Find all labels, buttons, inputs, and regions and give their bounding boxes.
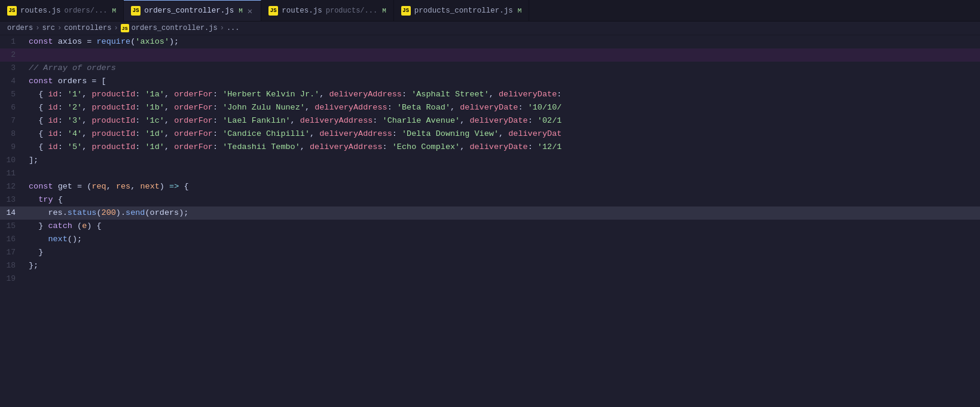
tab-label: orders_controller.js (144, 7, 234, 15)
breadcrumb-part-file: orders_controller.js (132, 24, 218, 32)
breadcrumb-part-controllers: controllers (64, 24, 111, 32)
line-number: 2 (0, 48, 25, 62)
line-number: 18 (0, 259, 25, 272)
line-number: 7 (0, 114, 25, 127)
code-line-10: 10 ]; (0, 154, 980, 167)
line-content: { id: '2', productId: '1b', orderFor: 'J… (25, 101, 980, 114)
js-icon: JS (131, 6, 141, 16)
code-line-19: 19 (0, 272, 980, 285)
code-line-8: 8 { id: '4', productId: '1d', orderFor: … (0, 127, 980, 141)
breadcrumb-sep: › (114, 24, 118, 32)
line-content (25, 48, 980, 62)
line-number: 15 (0, 220, 25, 233)
line-content: const axios = require('axios'); (25, 35, 980, 48)
line-number: 8 (0, 127, 25, 141)
js-icon-small: JS (121, 24, 129, 32)
breadcrumb-sep: › (57, 24, 62, 32)
breadcrumb-part-ellipsis: ... (227, 24, 240, 32)
line-content: { id: '3', productId: '1c', orderFor: 'L… (25, 114, 980, 127)
line-content: const get = (req, res, next) => { (25, 180, 980, 193)
line-content: try { (25, 193, 980, 206)
line-content: } catch (e) { (25, 220, 980, 233)
line-number: 5 (0, 88, 25, 101)
tab-badge-m: M (382, 7, 386, 14)
tab-label: products_controller.js (414, 7, 513, 15)
code-line-9: 9 { id: '5', productId: '1d', orderFor: … (0, 141, 980, 154)
breadcrumb-sep: › (220, 24, 224, 32)
code-line-18: 18 }; (0, 259, 980, 272)
line-content (25, 167, 980, 180)
code-line-7: 7 { id: '3', productId: '1c', orderFor: … (0, 114, 980, 127)
line-content: ]; (25, 154, 980, 167)
line-content: next(); (25, 233, 980, 246)
breadcrumb-part-orders: orders (7, 24, 33, 32)
code-line-17: 17 } (0, 246, 980, 259)
tab-badge-m: M (112, 7, 117, 14)
code-line-13: 13 try { (0, 193, 980, 206)
line-number: 12 (0, 180, 25, 193)
line-content: res.status(200).send(orders); (25, 206, 980, 220)
line-content: const orders = [ (25, 75, 980, 88)
line-content: { id: '4', productId: '1d', orderFor: 'C… (25, 127, 980, 141)
line-number: 19 (0, 272, 25, 285)
code-line-16: 16 next(); (0, 233, 980, 246)
code-line-3: 3 // Array of orders (0, 62, 980, 75)
tab-products-controller[interactable]: JS products_controller.js M (394, 0, 530, 21)
line-number: 3 (0, 62, 25, 75)
line-number: 14 (0, 206, 25, 220)
tab-close-button[interactable]: ✕ (246, 6, 254, 16)
code-editor[interactable]: 1 const axios = require('axios'); 2 3 //… (0, 35, 980, 405)
code-line-11: 11 (0, 167, 980, 180)
code-line-4: 4 const orders = [ (0, 75, 980, 88)
line-number: 17 (0, 246, 25, 259)
code-line-5: 5 { id: '1', productId: '1a', orderFor: … (0, 88, 980, 101)
tab-routes-orders[interactable]: JS routes.js orders/... M (0, 0, 124, 21)
line-content: { id: '5', productId: '1d', orderFor: 'T… (25, 141, 980, 154)
breadcrumb: orders › src › controllers › JS orders_c… (0, 22, 980, 35)
tab-orders-controller[interactable]: JS orders_controller.js M ✕ (124, 0, 261, 21)
code-line-2: 2 (0, 48, 980, 62)
line-number: 4 (0, 75, 25, 88)
js-icon: JS (268, 6, 278, 16)
tab-sublabel: products/... (326, 7, 377, 15)
tab-bar: JS routes.js orders/... M JS orders_cont… (0, 0, 980, 22)
breadcrumb-part-src: src (42, 24, 55, 32)
line-number: 6 (0, 101, 25, 114)
tab-label: routes.js (20, 7, 61, 15)
code-line-15: 15 } catch (e) { (0, 220, 980, 233)
line-number: 10 (0, 154, 25, 167)
line-content: // Array of orders (25, 62, 980, 75)
code-line-1: 1 const axios = require('axios'); (0, 35, 980, 48)
line-number: 11 (0, 167, 25, 180)
line-number: 1 (0, 35, 25, 48)
code-line-14: 14 res.status(200).send(orders); (0, 206, 980, 220)
line-content (25, 272, 980, 285)
tab-badge-m: M (239, 7, 243, 14)
js-icon: JS (7, 6, 17, 16)
js-icon: JS (401, 6, 411, 16)
line-number: 13 (0, 193, 25, 206)
line-content: } (25, 246, 980, 259)
tab-label: routes.js (282, 7, 322, 15)
line-number: 9 (0, 141, 25, 154)
line-number: 16 (0, 233, 25, 246)
tab-routes-products[interactable]: JS routes.js products/... M (261, 0, 394, 21)
code-line-12: 12 const get = (req, res, next) => { (0, 180, 980, 193)
line-content: }; (25, 259, 980, 272)
breadcrumb-sep: › (35, 24, 39, 32)
tab-sublabel: orders/... (65, 7, 108, 15)
code-line-6: 6 { id: '2', productId: '1b', orderFor: … (0, 101, 980, 114)
line-content: { id: '1', productId: '1a', orderFor: 'H… (25, 88, 980, 101)
tab-badge-m: M (518, 7, 522, 14)
